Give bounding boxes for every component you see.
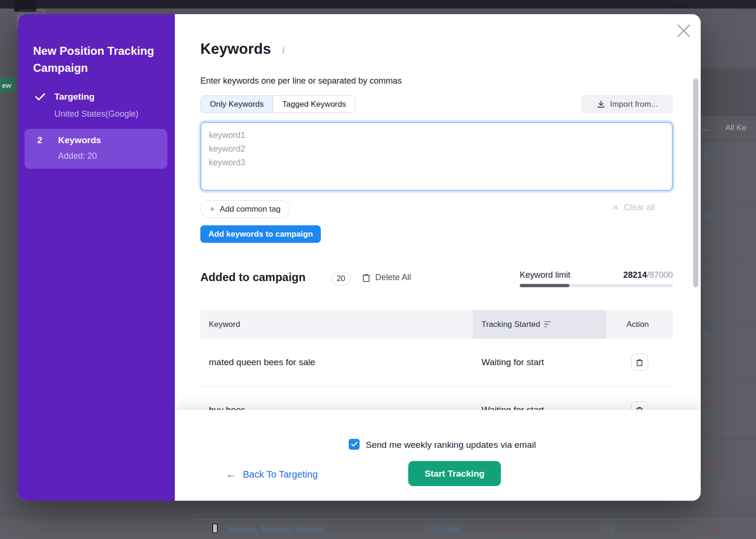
clear-all-button[interactable]: ✕ Clear all	[612, 203, 655, 213]
download-icon	[597, 100, 605, 109]
import-from-button[interactable]: Import from...	[582, 95, 673, 113]
table-header-row: Keyword Tracking Started Action	[200, 310, 673, 339]
sort-icon	[544, 321, 551, 328]
add-common-tag-label: Add common tag	[220, 205, 281, 214]
mobile-device-icon	[212, 523, 218, 533]
added-to-campaign-title: Added to campaign	[200, 271, 306, 284]
background-table-band	[701, 68, 756, 116]
background-bottom-strip: Toronto, Toronto, Ontario, 20.06% -0.02 …	[0, 501, 756, 539]
background-value: ↓3	[704, 272, 713, 282]
column-header-tracking-started[interactable]: Tracking Started	[473, 310, 606, 339]
close-icon[interactable]	[676, 23, 692, 39]
keywords-instructions: Enter keywords one per line or separated…	[200, 76, 402, 86]
trash-icon	[362, 273, 370, 282]
keywords-input[interactable]	[200, 122, 673, 191]
background-col-all-keywords: All Ke	[725, 123, 746, 133]
back-to-targeting-link[interactable]: ← Back To Targeting	[226, 468, 318, 480]
delete-all-label: Delete All	[375, 273, 411, 282]
add-common-tag-button[interactable]: + Add common tag	[200, 200, 290, 218]
keyword-cell: mated queen bees for sale	[200, 339, 473, 386]
modal-scrollbar[interactable]	[693, 78, 698, 287]
trash-icon	[636, 359, 643, 367]
background-location-link: Toronto, Toronto, Ontario,	[226, 524, 327, 535]
background-table-header: ... All Ke	[701, 116, 756, 141]
background-col-ellipsis: ...	[702, 123, 709, 133]
tab-tagged-keywords[interactable]: Tagged Keywords	[273, 96, 355, 112]
email-updates-checkbox[interactable]	[349, 439, 360, 450]
tracking-started-label: Tracking Started	[481, 320, 540, 329]
background-change-value: -0.02	[502, 524, 523, 535]
info-icon[interactable]: i	[282, 44, 285, 56]
column-header-action: Action	[606, 310, 673, 339]
tab-only-keywords[interactable]: Only Keywords	[201, 96, 273, 112]
wizard-title: New Position Tracking Campaign	[33, 43, 160, 77]
column-header-keyword: Keyword	[200, 310, 473, 339]
added-count-badge: 20	[331, 272, 351, 285]
background-value: ↓10	[704, 458, 718, 469]
background-down-value: ↓3	[711, 524, 721, 535]
keywords-tab-group: Only Keywords Tagged Keywords	[200, 95, 355, 113]
keyword-limit-value: 28214/87000	[520, 270, 673, 280]
status-cell: Waiting for start	[473, 339, 606, 386]
new-campaign-modal: New Position Tracking Campaign Targeting…	[18, 14, 701, 501]
background-value: 0	[704, 329, 709, 339]
wizard-sidebar: New Position Tracking Campaign Targeting…	[18, 14, 175, 501]
add-keywords-to-campaign-button[interactable]: Add keywords to campaign	[200, 225, 321, 243]
step-number: 2	[37, 135, 43, 145]
background-value: 0	[704, 152, 709, 162]
background-value: 0	[704, 211, 709, 222]
background-up-value: ↑1	[606, 524, 615, 535]
back-arrow-icon: ←	[226, 468, 236, 480]
check-icon	[351, 442, 358, 447]
table-row: mated queen bees for sale Waiting for st…	[200, 339, 673, 386]
step-added-count: Added: 20	[58, 151, 97, 161]
keyword-limit-total: /87000	[647, 270, 673, 280]
import-from-label: Import from...	[610, 100, 658, 109]
keyword-limit-progress	[520, 284, 673, 287]
sidebar-step-targeting[interactable]: Targeting	[54, 92, 94, 102]
plus-icon: +	[210, 204, 215, 214]
background-table-rows: 0 0 ↓3 0 ↓4 ↓10	[701, 141, 756, 501]
sidebar-step-targeting-detail: United States(Google)	[54, 109, 138, 119]
page-title: Keywords	[200, 41, 271, 58]
top-browser-bar	[0, 0, 756, 9]
keyword-limit-progress-fill	[520, 284, 569, 287]
step-label: Keywords	[58, 135, 101, 145]
check-icon	[35, 93, 45, 101]
delete-keyword-button[interactable]	[631, 354, 648, 371]
delete-all-button[interactable]: Delete All	[362, 273, 411, 282]
modal-footer: Send me weekly ranking updates via email…	[175, 410, 701, 501]
background-visibility-value: 20.06%	[430, 524, 460, 535]
keyword-limit-used: 28214	[623, 270, 647, 280]
background-table-row: Toronto, Toronto, Ontario, 20.06% -0.02 …	[0, 519, 756, 539]
start-tracking-button[interactable]: Start Tracking	[408, 461, 501, 486]
clear-icon: ✕	[612, 203, 619, 213]
back-to-targeting-label: Back To Targeting	[243, 469, 318, 480]
new-badge: ew	[0, 78, 17, 92]
background-value: ↓4	[704, 399, 713, 410]
clear-all-label: Clear all	[624, 203, 655, 213]
email-updates-label: Send me weekly ranking updates via email	[366, 440, 536, 450]
sidebar-step-keywords[interactable]: 2 Keywords Added: 20	[25, 129, 167, 169]
